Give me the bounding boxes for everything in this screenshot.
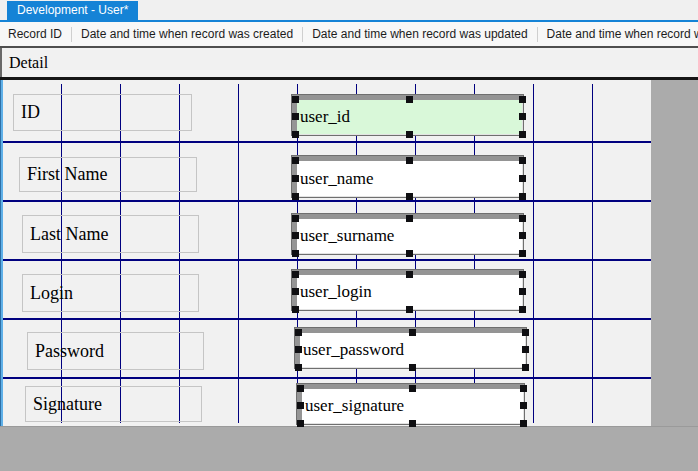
selection-handle-tc[interactable] xyxy=(406,271,413,278)
toolbar-item-created[interactable]: Date and time when record was created xyxy=(72,27,302,41)
field-user-id[interactable]: user_id xyxy=(292,95,523,135)
selection-handle-tl[interactable] xyxy=(292,271,299,278)
selection-handle-br[interactable] xyxy=(519,250,526,257)
tab-development-user[interactable]: Development - User* xyxy=(7,1,138,20)
label-text: ID xyxy=(21,102,40,123)
label-text: Login xyxy=(30,283,73,304)
selection-handle-tl[interactable] xyxy=(292,96,299,103)
selection-handle-ml[interactable] xyxy=(292,288,299,295)
field-text: user_surname xyxy=(300,226,394,246)
selection-handle-bc[interactable] xyxy=(406,131,413,138)
selection-handle-mr[interactable] xyxy=(522,346,529,353)
selection-handle-tr[interactable] xyxy=(520,385,527,392)
selection-handle-tr[interactable] xyxy=(519,271,526,278)
field-user-login[interactable]: user_login xyxy=(292,270,523,310)
selection-handle-tc[interactable] xyxy=(409,329,416,336)
selection-handle-tc[interactable] xyxy=(406,215,413,222)
selection-handle-br[interactable] xyxy=(520,420,527,427)
field-user-surname[interactable]: user_surname xyxy=(292,214,523,254)
field-label-first-name[interactable]: First Name xyxy=(19,157,197,192)
detail-band-header[interactable]: Detail xyxy=(0,48,698,77)
selection-handle-tr[interactable] xyxy=(519,96,526,103)
selection-handle-ml[interactable] xyxy=(292,175,299,182)
selection-handle-bl[interactable] xyxy=(297,420,304,427)
label-text: First Name xyxy=(27,164,108,185)
outside-canvas-area xyxy=(651,80,698,426)
selection-handle-bl[interactable] xyxy=(292,193,299,200)
label-text: Signature xyxy=(33,394,102,415)
selection-handle-bc[interactable] xyxy=(409,420,416,427)
canvas-left-edge xyxy=(0,80,3,426)
selection-handle-mr[interactable] xyxy=(519,232,526,239)
field-label-signature[interactable]: Signature xyxy=(25,386,202,422)
selection-handle-ml[interactable] xyxy=(292,232,299,239)
field-label-login[interactable]: Login xyxy=(22,274,199,312)
selection-handle-tc[interactable] xyxy=(406,96,413,103)
field-user-signature[interactable]: user_signature xyxy=(297,384,524,424)
selection-handle-ml[interactable] xyxy=(295,346,302,353)
selection-handle-tc[interactable] xyxy=(406,157,413,164)
selection-handle-tr[interactable] xyxy=(519,157,526,164)
selection-handle-bl[interactable] xyxy=(292,250,299,257)
selection-handle-mr[interactable] xyxy=(520,402,527,409)
selection-handle-tc[interactable] xyxy=(409,385,416,392)
selection-handle-bl[interactable] xyxy=(295,364,302,371)
tab-bar: Development - User* xyxy=(0,0,698,22)
design-canvas[interactable]: ID user_id First Name user_name Last Nam… xyxy=(0,80,651,426)
selection-handle-bl[interactable] xyxy=(292,131,299,138)
selection-handle-tl[interactable] xyxy=(292,157,299,164)
selection-handle-bc[interactable] xyxy=(406,250,413,257)
selection-handle-bc[interactable] xyxy=(406,306,413,313)
field-user-password[interactable]: user_password xyxy=(295,328,526,368)
field-label-id[interactable]: ID xyxy=(13,94,192,131)
field-label-last-name[interactable]: Last Name xyxy=(22,215,199,253)
selection-handle-br[interactable] xyxy=(519,131,526,138)
selection-handle-br[interactable] xyxy=(522,364,529,371)
selection-handle-ml[interactable] xyxy=(297,402,304,409)
field-text: user_id xyxy=(300,107,350,127)
selection-handle-mr[interactable] xyxy=(519,175,526,182)
selection-handle-mr[interactable] xyxy=(519,113,526,120)
field-text: user_name xyxy=(300,169,374,189)
toolbar-item-updated[interactable]: Date and time when record was updated xyxy=(303,27,536,41)
selection-handle-tr[interactable] xyxy=(522,329,529,336)
label-text: Password xyxy=(35,341,104,362)
field-text: user_login xyxy=(300,282,372,302)
selection-handle-ml[interactable] xyxy=(292,113,299,120)
selection-handle-tr[interactable] xyxy=(519,215,526,222)
selection-handle-bl[interactable] xyxy=(292,306,299,313)
field-user-name[interactable]: user_name xyxy=(292,156,523,197)
outside-canvas-area xyxy=(0,426,698,471)
selection-handle-mr[interactable] xyxy=(519,288,526,295)
toolbar-item-clipped[interactable]: Date and time when record was xyxy=(538,27,698,41)
field-text: user_signature xyxy=(305,396,404,416)
field-text: user_password xyxy=(303,340,404,360)
selection-handle-br[interactable] xyxy=(519,193,526,200)
field-toolbar: Record ID Date and time when record was … xyxy=(0,22,698,46)
selection-handle-tl[interactable] xyxy=(292,215,299,222)
selection-handle-bc[interactable] xyxy=(409,364,416,371)
form-designer-window: Development - User* Record ID Date and t… xyxy=(0,0,698,471)
selection-handle-bc[interactable] xyxy=(406,193,413,200)
detail-band-title: Detail xyxy=(9,54,48,72)
toolbar-item-record-id[interactable]: Record ID xyxy=(0,27,71,41)
label-text: Last Name xyxy=(30,224,108,245)
selection-handle-tl[interactable] xyxy=(295,329,302,336)
field-label-password[interactable]: Password xyxy=(27,332,204,370)
selection-handle-tl[interactable] xyxy=(297,385,304,392)
selection-handle-br[interactable] xyxy=(519,306,526,313)
